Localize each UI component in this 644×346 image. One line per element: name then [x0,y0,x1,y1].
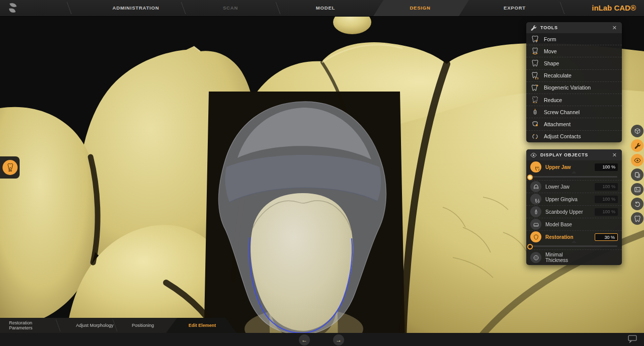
reset-view-button[interactable] [631,198,643,210]
tool-item-move[interactable]: Move [526,45,622,57]
attachment-icon [531,120,539,128]
slider-notch [572,240,577,243]
tool-item-label: Shape [544,60,559,66]
slider-knob[interactable] [527,244,533,249]
cube-icon [634,128,641,135]
model-base-icon [530,219,541,230]
tools-panel: TOOLS ✕ Form Move Shape Recalculate Biog… [526,22,622,142]
opacity-value: 30 % [595,233,618,241]
step-adjust-morphology[interactable]: Adjust Morphology [76,318,120,333]
close-icon[interactable]: ✕ [611,24,618,32]
tools-button[interactable] [631,139,643,152]
object-label: Restoration [545,234,591,240]
product-title: inLab CAD® [592,0,636,16]
restoration-icon [530,231,541,242]
tool-item-attachment[interactable]: Attachment [526,118,622,130]
tool-item-biogeneric-variation[interactable]: Biogeneric Variation [526,81,622,94]
pages-icon [634,171,641,179]
tab-model[interactable]: MODEL [316,0,335,16]
tab-design[interactable]: DESIGN [410,0,430,16]
tooth-view-button[interactable] [631,212,643,225]
nav-separator [560,2,565,14]
wrench-icon [634,142,641,149]
adjust-contacts-icon [531,133,539,140]
shape-tooth-icon [531,59,539,67]
tool-item-label: Reduce [544,97,562,103]
reduce-icon [531,96,539,104]
object-label: Upper Gingiva [545,197,591,202]
nav-separator [181,2,186,14]
tool-item-shape[interactable]: Shape [526,57,622,69]
object-row-lower-jaw[interactable]: Lower Jaw 100 % [526,180,622,193]
display-objects-title: DISPLAY OBJECTS [540,152,608,157]
object-label: Minimal Thickness [545,252,581,264]
tab-export[interactable]: EXPORT [504,0,526,16]
move-tooth-icon [531,47,539,55]
display-objects-header: DISPLAY OBJECTS ✕ [526,149,622,160]
model-cube-button[interactable] [631,125,643,137]
opacity-value: 100 % [595,163,618,171]
tool-item-reduce[interactable]: Reduce [526,94,622,106]
slider-knob[interactable] [527,175,533,180]
snapshot-button[interactable] [631,183,643,196]
step-positioning[interactable]: Positioning [132,318,154,333]
tools-panel-header: TOOLS ✕ [526,22,622,33]
tool-item-label: Adjust Contacts [544,133,581,139]
tool-item-form[interactable]: Form [526,33,622,45]
eye-icon [530,152,537,158]
inlab-cad-window: ADMINISTRATION SCAN MODEL DESIGN EXPORT … [0,0,644,346]
timer-badge[interactable]: 3s [3,160,18,175]
upper-jaw-icon [530,161,541,172]
opacity-value: 100 % [595,196,618,203]
object-row-model-base[interactable]: Model Base [526,218,622,230]
opacity-value: 100 % [595,208,618,216]
step-restoration-parameters[interactable]: Restoration Parameters [9,318,53,333]
opacity-value: 100 % [595,183,618,191]
slider-track [531,176,617,178]
left-flyout-handle[interactable]: 3s [0,156,20,179]
object-label: Scanbody Upper [545,209,591,215]
slider-track [531,245,617,247]
tab-administration[interactable]: ADMINISTRATION [113,0,159,16]
display-objects-button[interactable] [631,154,643,166]
object-label: Lower Jaw [545,184,591,190]
previous-step-button[interactable]: ← [299,334,310,345]
nav-separator [276,2,281,14]
tool-item-label: Screw Channel [544,109,580,115]
photo-icon [634,186,641,193]
tools-panel-title: TOOLS [540,25,608,30]
top-navigation-bar: ADMINISTRATION SCAN MODEL DESIGN EXPORT … [0,0,644,17]
object-row-upper-gingiva[interactable]: Upper Gingiva 100 % [526,193,622,205]
pages-button[interactable] [631,168,643,181]
nav-separator [67,2,72,14]
chat-bubble-icon[interactable] [628,335,637,343]
undo-arrow-icon [634,201,641,208]
tool-item-label: Form [544,36,556,42]
scanbody-icon [530,206,541,217]
upper-jaw-opacity-slider[interactable] [526,174,622,180]
tooth-icon [634,215,641,222]
side-toolbar [631,125,643,225]
object-label: Model Base [545,222,618,227]
bottom-strip [0,333,644,346]
close-icon[interactable]: ✕ [611,151,618,159]
tool-item-screw-channel[interactable]: Screw Channel [526,106,622,118]
object-row-scanbody-upper[interactable]: Scanbody Upper 100 % [526,205,622,218]
tool-item-label: Biogeneric Variation [544,84,591,91]
tool-item-adjust-contacts[interactable]: Adjust Contacts [526,130,622,142]
tool-item-recalculate[interactable]: Recalculate [526,69,622,81]
step-edit-element[interactable]: Edit Element [189,318,216,333]
next-step-button[interactable]: → [333,334,344,345]
lower-jaw-icon [530,181,541,192]
tab-scan[interactable]: SCAN [223,0,238,16]
screw-channel-icon [531,108,539,116]
object-row-minimal-thickness[interactable]: Minimal Thickness [526,249,622,265]
upper-gingiva-icon [530,194,541,205]
minimal-thickness-icon [530,252,541,263]
wrench-icon [530,25,537,31]
tool-item-label: Recalculate [544,72,572,78]
restoration-opacity-slider[interactable] [526,243,622,249]
tool-item-label: Move [544,48,557,54]
display-objects-panel: DISPLAY OBJECTS ✕ Upper Jaw 100 % Lower … [526,149,622,265]
object-label: Upper Jaw [545,164,591,170]
